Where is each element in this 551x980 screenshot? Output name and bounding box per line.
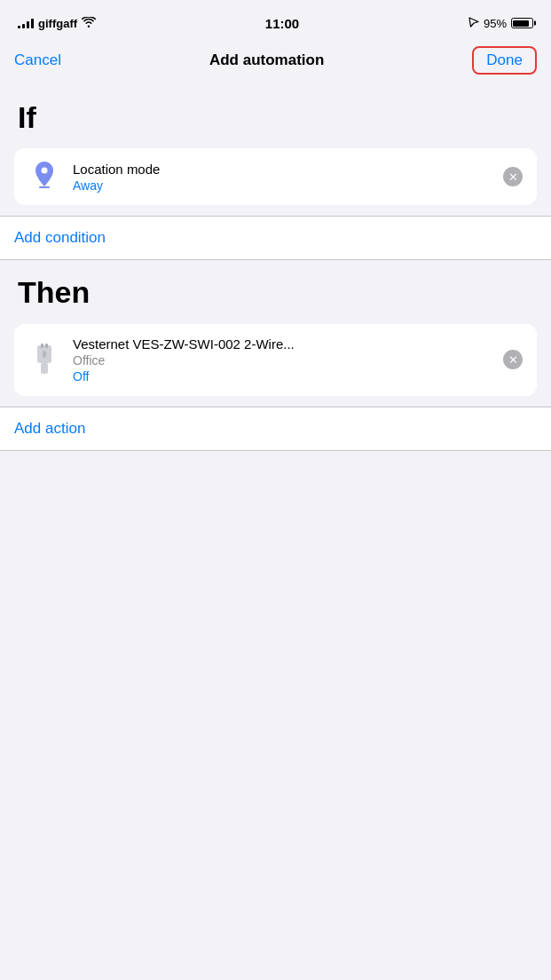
wifi-icon: [82, 17, 96, 30]
action-state: Off: [73, 369, 491, 383]
location-arrow-icon: [468, 17, 479, 30]
battery-icon: [511, 18, 533, 28]
add-action-area: Add action: [0, 407, 551, 450]
close-icon: ✕: [508, 171, 518, 183]
condition-card-area: Location mode Away ✕: [0, 141, 551, 216]
add-action-button[interactable]: Add action: [14, 420, 85, 438]
svg-point-0: [42, 168, 48, 174]
done-button[interactable]: Done: [472, 46, 537, 75]
condition-remove-button[interactable]: ✕: [503, 167, 523, 186]
status-right: 95%: [468, 17, 533, 30]
page-title: Add automation: [209, 51, 324, 69]
plug-icon: [28, 344, 60, 375]
condition-subtitle: Away: [73, 178, 491, 193]
action-card[interactable]: Vesternet VES-ZW-SWI-002 2-Wire... Offic…: [14, 324, 537, 396]
action-remove-button[interactable]: ✕: [503, 350, 523, 369]
carrier-name: giffgaff: [38, 17, 77, 30]
action-content: Vesternet VES-ZW-SWI-002 2-Wire... Offic…: [73, 336, 491, 383]
svg-rect-4: [41, 344, 43, 348]
signal-bars-icon: [18, 18, 34, 28]
status-time: 11:00: [265, 16, 299, 31]
add-action-row[interactable]: Add action: [14, 407, 537, 450]
then-section-header: Then: [0, 260, 551, 316]
action-card-area: Vesternet VES-ZW-SWI-002 2-Wire... Offic…: [0, 317, 551, 407]
svg-rect-7: [43, 351, 46, 358]
if-section-header: If: [0, 85, 551, 141]
content: If Location mode Away ✕ Add: [0, 85, 551, 762]
svg-rect-5: [45, 344, 48, 348]
condition-content: Location mode Away: [73, 162, 491, 193]
add-condition-button[interactable]: Add condition: [14, 229, 106, 247]
then-section-title: Then: [18, 275, 90, 309]
add-condition-area: Add condition: [0, 217, 551, 259]
close-icon: ✕: [508, 354, 518, 366]
svg-rect-6: [41, 363, 48, 374]
action-title: Vesternet VES-ZW-SWI-002 2-Wire...: [73, 336, 491, 352]
status-left: giffgaff: [18, 17, 96, 30]
condition-title: Location mode: [73, 162, 491, 177]
action-room: Office: [73, 353, 491, 368]
status-bar: giffgaff 11:00 95%: [0, 0, 551, 39]
if-section-title: If: [18, 100, 36, 134]
condition-card[interactable]: Location mode Away ✕: [14, 148, 537, 205]
location-pin-icon: [28, 161, 60, 193]
nav-bar: Cancel Add automation Done: [0, 39, 551, 85]
bottom-empty-area: [0, 451, 551, 762]
battery-percent: 95%: [484, 17, 507, 30]
cancel-button[interactable]: Cancel: [14, 51, 61, 69]
add-condition-row[interactable]: Add condition: [14, 217, 537, 259]
